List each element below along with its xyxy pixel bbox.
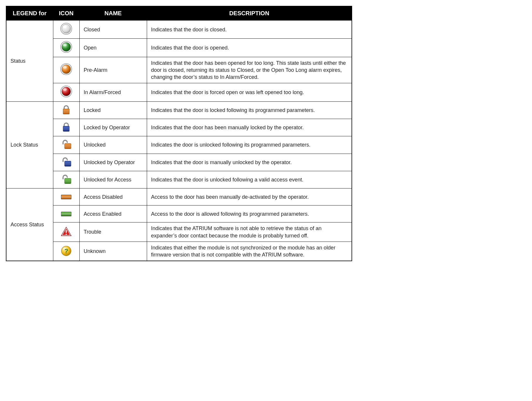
unknown-icon [60,244,73,257]
legend-label-status: Status [6,21,53,102]
table-row: Unlocked for Access Indicates that the d… [6,171,352,188]
lock-unlocked-icon [60,138,73,151]
table-row: Unlocked Indicates the door is unlocked … [6,136,352,154]
row-name: Access Enabled [79,205,147,222]
table-row: Unknown Indicates that either the module… [6,242,352,261]
row-desc: Indicates that the ATRIUM software is no… [147,222,352,242]
svg-point-29 [63,88,67,91]
row-desc: Access to the door has been manually de-… [147,188,352,205]
table-row: Trouble Indicates that the ATRIUM softwa… [6,222,352,242]
lock-unlocked-access-icon [60,173,73,186]
table-row: Unlocked by Operator Indicates that the … [6,154,352,171]
row-desc: Indicates that the door is manually unlo… [147,154,352,171]
trouble-icon [60,225,73,238]
legend-label-access-status: Access Status [6,188,53,261]
svg-point-19 [62,24,71,33]
svg-point-23 [63,44,67,47]
row-name: Locked by Operator [79,119,147,136]
row-name: Unlocked for Access [79,171,147,188]
row-name: Closed [79,21,147,39]
table-row: In Alarm/Forced Indicates that the door … [6,83,352,101]
svg-point-25 [62,65,71,74]
row-desc: Indicates that the door is locked follow… [147,101,352,119]
header-description: DESCRIPTION [147,6,352,21]
row-desc: Access to the door is allowed following … [147,205,352,222]
svg-point-28 [62,87,71,96]
status-open-icon [60,40,73,53]
row-name: Pre-Alarm [79,57,147,83]
row-name: Access Disabled [79,188,147,205]
row-desc: Indicates that the door is opened. [147,39,352,57]
row-name: Unlocked [79,136,147,154]
table-row: Access Status Access Disabled Access to … [6,188,352,205]
lock-locked-icon [60,103,73,116]
status-alarm-icon [60,85,73,98]
table-row: Status Closed Indicates that the door is… [6,21,352,39]
legend-label-lock-status: Lock Status [6,101,53,188]
table-row: Pre-Alarm Indicates that the door has be… [6,57,352,83]
row-name: Unknown [79,242,147,261]
row-desc: Indicates that the door has been opened … [147,57,352,83]
table-row: Access Enabled Access to the door is all… [6,205,352,222]
access-disabled-icon [60,191,73,203]
row-name: In Alarm/Forced [79,83,147,101]
row-desc: Indicates that the door is unlocked foll… [147,171,352,188]
header-row: LEGEND for ICON NAME DESCRIPTION [6,6,352,21]
lock-locked-operator-icon [60,121,73,134]
row-name: Trouble [79,222,147,242]
row-desc: Indicates that the door is forced open o… [147,83,352,101]
row-desc: Indicates that the door has been manuall… [147,119,352,136]
row-desc: Indicates that either the module is not … [147,242,352,261]
table-row: Lock Status Locked Indicates that the do… [6,101,352,119]
row-name: Unlocked by Operator [79,154,147,171]
legend-table: LEGEND for ICON NAME DESCRIPTION Status … [6,6,352,261]
row-name: Open [79,39,147,57]
lock-unlocked-operator-icon [60,156,73,169]
row-desc: Indicates the door is unlocked following… [147,136,352,154]
status-closed-icon [60,22,73,35]
access-enabled-icon [60,208,73,220]
svg-point-26 [63,66,67,69]
row-desc: Indicates that the door is closed. [147,21,352,39]
header-name: NAME [79,6,147,21]
status-prealarm-icon [60,63,73,76]
table-row: Open Indicates that the door is opened. [6,39,352,57]
svg-point-22 [62,43,71,52]
table-row: Locked by Operator Indicates that the do… [6,119,352,136]
header-legend: LEGEND for [6,6,53,21]
header-icon: ICON [53,6,79,21]
svg-point-20 [63,26,67,28]
row-name: Locked [79,101,147,119]
